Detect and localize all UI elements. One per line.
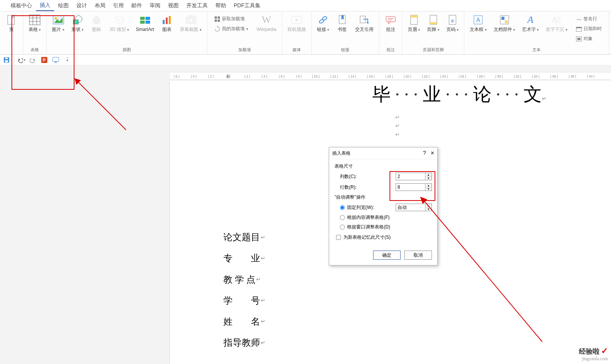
smartart-button[interactable]: SmartArt [133, 13, 157, 46]
help-button[interactable]: ? [423, 150, 426, 157]
dialog-titlebar[interactable]: 插入表格 ? × [329, 147, 437, 159]
icons-label: 图标 [92, 27, 101, 32]
remember-checkbox[interactable] [336, 235, 341, 240]
spin-up[interactable]: ▲ [425, 184, 432, 188]
shapes-label: 形状 [71, 27, 81, 32]
undo-button[interactable]: ▾ [17, 56, 26, 64]
drop-cap-button[interactable]: A 首字下沉 ▾ [543, 13, 570, 46]
insert-table-dialog: 插入表格 ? × 表格尺寸 列数(C): ▲▼ 行数(R): ▲▼ "自动调整"… [329, 147, 438, 265]
group-comments-label: 批注 [381, 46, 400, 54]
wikipedia-button[interactable]: W Wikipedia [254, 13, 280, 46]
quick-parts-label: 文档部件 [494, 27, 512, 32]
spin-up[interactable]: ▲ [425, 204, 432, 208]
page-icon [5, 14, 18, 26]
tab-pdf-tools[interactable]: PDF工具集 [230, 1, 264, 11]
get-addins-button[interactable]: 获取加载项 [212, 15, 247, 23]
save-icon [3, 57, 10, 63]
tab-layout[interactable]: 布局 [91, 1, 109, 11]
tab-insert[interactable]: 插入 [36, 0, 54, 11]
close-button[interactable]: × [431, 150, 434, 157]
crossref-icon [358, 14, 370, 26]
tab-references[interactable]: 引用 [109, 1, 128, 11]
columns-input[interactable] [396, 173, 425, 180]
header-button[interactable]: 页眉 ▾ [405, 13, 423, 46]
fit-window-radio[interactable] [340, 225, 345, 230]
footer-button[interactable]: 页脚 ▾ [424, 13, 442, 46]
svg-rect-1 [29, 15, 40, 25]
customize-qat[interactable]: ▾ [63, 56, 71, 64]
tab-template-center[interactable]: 模板中心 [7, 1, 36, 11]
page-number-label: 页码 [446, 27, 456, 32]
group-illustrations-label: 插图 [49, 46, 204, 54]
paragraph-marks: ↵↵↵ [395, 113, 611, 139]
chevron-down-icon: ▾ [82, 28, 84, 32]
rows-input[interactable] [396, 184, 425, 191]
dropcap-icon: A [550, 14, 563, 26]
paragraph-mark-icon: ↵ [261, 231, 265, 244]
tab-mailings[interactable]: 邮件 [128, 1, 146, 11]
powerpoint-button[interactable]: P [40, 56, 48, 64]
tab-developer[interactable]: 开发工具 [183, 1, 212, 11]
watermark: 经验啦 ✓ jingyanla.com [579, 346, 608, 362]
tab-draw[interactable]: 绘图 [54, 1, 73, 11]
spin-down[interactable]: ▼ [425, 177, 432, 180]
horizontal-ruler[interactable]: | 6 || 4 || 2 | ■ | 2 || 4 || 6 | | 8 ||… [170, 73, 611, 80]
link-button[interactable]: 链接 ▾ [314, 13, 332, 46]
monitor-icon [52, 57, 59, 63]
spin-up[interactable]: ▲ [425, 173, 432, 177]
chart-button[interactable]: 图表 [158, 13, 176, 46]
table-icon [29, 14, 41, 26]
model3d-button[interactable]: 3D 模型 ▾ [107, 13, 132, 46]
comment-button[interactable]: 批注 [381, 13, 400, 46]
bookmark-button[interactable]: 书签 [333, 13, 351, 46]
picture-button[interactable]: 图片 ▾ [49, 13, 67, 46]
svg-text:#: # [451, 18, 454, 24]
table-button[interactable]: 表格 ▾ [26, 13, 44, 46]
redo-button[interactable] [29, 56, 37, 64]
svg-point-8 [55, 17, 57, 19]
fixed-width-spinner[interactable]: ▲▼ [396, 204, 432, 211]
icons-button[interactable]: 图标 [87, 13, 106, 46]
chart-icon [161, 14, 173, 26]
spin-down[interactable]: ▼ [425, 208, 432, 211]
pages-button[interactable]: 页 [2, 13, 21, 47]
tabs-bar: 模板中心 插入 绘图 设计 布局 引用 邮件 审阅 视图 开发工具 帮助 PDF… [0, 0, 611, 11]
video-icon [291, 14, 303, 26]
screen-record-button[interactable] [52, 56, 60, 64]
dialog-title: 插入表格 [332, 150, 351, 157]
online-video-label: 联机视频 [288, 27, 306, 32]
tab-design[interactable]: 设计 [73, 1, 91, 11]
cancel-button[interactable]: 取消 [404, 251, 432, 260]
ok-button[interactable]: 确定 [373, 251, 401, 260]
screenshot-button[interactable]: + 屏幕截图 ▾ [177, 13, 204, 46]
datetime-button[interactable]: 日期和时 [574, 24, 604, 33]
signature-button[interactable]: 签名行 [574, 15, 600, 23]
shapes-button[interactable]: 形状 ▾ [68, 13, 87, 46]
page-number-button[interactable]: # 页码 ▾ [443, 13, 462, 46]
wordart-button[interactable]: A 艺术字 ▾ [519, 13, 542, 46]
svg-rect-26 [215, 19, 217, 22]
rows-spinner[interactable]: ▲▼ [396, 183, 432, 191]
tab-view[interactable]: 视图 [164, 1, 183, 11]
text-box-button[interactable]: A 文本框 ▾ [467, 13, 490, 46]
fit-content-radio[interactable] [340, 215, 345, 220]
spin-down[interactable]: ▼ [425, 188, 432, 191]
object-button[interactable]: 对象 [574, 34, 595, 43]
quick-parts-button[interactable]: 文档部件 ▾ [491, 13, 518, 46]
svg-text:A: A [552, 16, 557, 23]
my-addins-button[interactable]: 我的加载项 ▾ [212, 24, 251, 33]
fixed-width-input[interactable] [396, 204, 425, 211]
tab-help[interactable]: 帮助 [212, 1, 230, 11]
save-button[interactable] [2, 56, 11, 64]
footer-icon [427, 14, 440, 26]
fixed-width-radio[interactable] [340, 205, 345, 210]
group-text-label: 文本 [467, 46, 606, 54]
title-dots: · · · [391, 84, 423, 105]
quickparts-icon [498, 14, 511, 26]
online-video-button[interactable]: 联机视频 [284, 13, 309, 46]
cross-ref-button[interactable]: 交叉引用 [352, 13, 377, 46]
body-line: 指导教师 [223, 332, 260, 353]
drop-cap-label: 首字下沉 [546, 27, 564, 32]
columns-spinner[interactable]: ▲▼ [396, 173, 432, 180]
tab-review[interactable]: 审阅 [146, 1, 164, 11]
